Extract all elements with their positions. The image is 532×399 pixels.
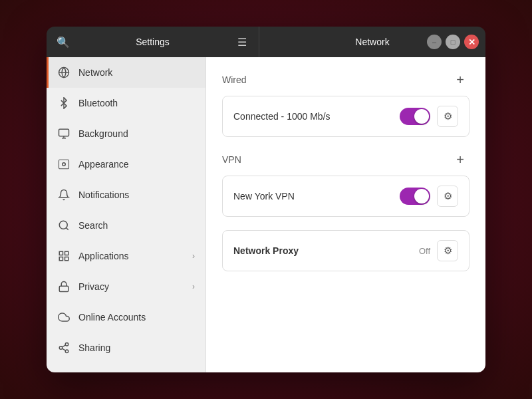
sidebar-item-privacy[interactable]: Privacy › <box>47 271 205 302</box>
applications-icon <box>57 249 70 263</box>
vpn-add-button[interactable]: + <box>451 150 469 169</box>
proxy-label: Network Proxy <box>233 245 419 256</box>
svg-rect-10 <box>65 251 68 255</box>
sidebar-item-bluetooth[interactable]: Bluetooth <box>47 88 205 118</box>
svg-rect-2 <box>59 129 69 136</box>
sidebar-item-network[interactable]: Network <box>47 57 205 88</box>
wired-header: Wired + <box>222 70 469 89</box>
svg-point-14 <box>65 343 68 346</box>
main-panel: Wired + Connected - 1000 Mb/s ⚙ <box>206 57 485 372</box>
search-sidebar-icon <box>57 219 70 232</box>
vpn-gear-icon: ⚙ <box>444 190 452 202</box>
wired-toggle-knob <box>414 109 429 124</box>
svg-point-7 <box>59 221 67 229</box>
background-icon <box>57 127 70 140</box>
proxy-gear-button[interactable]: ⚙ <box>437 240 458 261</box>
sidebar-label-online-accounts: Online Accounts <box>78 312 195 323</box>
sidebar-label-applications: Applications <box>78 251 184 261</box>
proxy-card: Network Proxy Off ⚙ <box>222 230 469 271</box>
close-button[interactable]: ✕ <box>464 35 479 49</box>
vpn-label: New York VPN <box>233 191 400 201</box>
wired-connection-card: Connected - 1000 Mb/s ⚙ <box>222 96 469 137</box>
svg-rect-13 <box>59 286 68 291</box>
proxy-gear-icon: ⚙ <box>444 245 452 257</box>
search-icon: 🔍 <box>57 36 70 49</box>
online-accounts-icon <box>57 311 70 324</box>
close-icon: ✕ <box>468 37 475 47</box>
sidebar-item-sharing[interactable]: Sharing <box>47 332 205 363</box>
network-icon <box>57 66 70 79</box>
svg-rect-6 <box>59 160 69 169</box>
sidebar-item-background[interactable]: Background <box>47 118 205 149</box>
svg-point-15 <box>59 346 63 350</box>
window-controls: – □ ✕ <box>427 35 479 49</box>
vpn-gear-button[interactable]: ⚙ <box>437 186 458 207</box>
search-button[interactable]: 🔍 <box>53 32 73 52</box>
svg-line-8 <box>66 227 68 229</box>
svg-rect-12 <box>65 257 68 261</box>
sidebar-label-appearance: Appearance <box>78 159 195 170</box>
wired-gear-icon: ⚙ <box>444 110 452 122</box>
vpn-toggle[interactable] <box>400 188 430 205</box>
sidebar-label-notifications: Notifications <box>78 190 195 200</box>
settings-title: Settings <box>78 37 227 47</box>
proxy-section: Network Proxy Off ⚙ <box>222 230 469 271</box>
vpn-add-icon: + <box>456 152 464 168</box>
svg-point-16 <box>65 350 68 353</box>
minimize-icon: – <box>432 38 436 46</box>
wired-title: Wired <box>222 74 247 85</box>
svg-rect-9 <box>59 251 63 255</box>
sidebar-label-network: Network <box>78 67 195 78</box>
sidebar: Network Bluetooth Back <box>47 57 206 372</box>
content-area: Network Bluetooth Back <box>47 57 485 372</box>
sidebar-item-applications[interactable]: Applications › <box>47 241 205 271</box>
sharing-icon <box>57 341 70 354</box>
settings-window: 🔍 Settings ☰ Network – □ ✕ <box>47 27 485 372</box>
svg-rect-11 <box>59 257 63 261</box>
titlebar: 🔍 Settings ☰ Network – □ ✕ <box>47 27 485 57</box>
titlebar-right: Network – □ ✕ <box>259 27 485 57</box>
vpn-toggle-knob <box>414 189 429 203</box>
vpn-section: VPN + New York VPN ⚙ <box>222 150 469 217</box>
wired-add-button[interactable]: + <box>451 70 469 89</box>
svg-line-17 <box>62 348 65 350</box>
sidebar-label-bluetooth: Bluetooth <box>78 98 195 108</box>
wired-add-icon: + <box>456 72 464 88</box>
sidebar-label-privacy: Privacy <box>78 281 184 292</box>
privacy-icon <box>57 280 70 293</box>
sidebar-item-notifications[interactable]: Notifications <box>47 180 205 210</box>
sidebar-item-appearance[interactable]: Appearance <box>47 149 205 180</box>
applications-arrow: › <box>192 251 195 261</box>
vpn-card: New York VPN ⚙ <box>222 176 469 217</box>
wired-gear-button[interactable]: ⚙ <box>437 106 458 127</box>
hamburger-icon: ☰ <box>237 36 247 49</box>
vpn-title: VPN <box>222 154 241 165</box>
bluetooth-icon <box>57 96 70 110</box>
wired-connection-label: Connected - 1000 Mb/s <box>233 111 400 122</box>
wired-toggle[interactable] <box>400 108 430 125</box>
titlebar-left: 🔍 Settings ☰ <box>47 27 259 57</box>
maximize-icon: □ <box>451 38 456 46</box>
wired-section: Wired + Connected - 1000 Mb/s ⚙ <box>222 70 469 137</box>
sidebar-label-search: Search <box>78 220 195 231</box>
privacy-arrow: › <box>192 282 195 291</box>
vpn-header: VPN + <box>222 150 469 169</box>
menu-button[interactable]: ☰ <box>232 32 252 52</box>
sidebar-item-search[interactable]: Search <box>47 210 205 241</box>
minimize-button[interactable]: – <box>427 35 442 49</box>
proxy-status: Off <box>419 246 430 256</box>
appearance-icon <box>57 158 70 171</box>
sidebar-label-background: Background <box>78 128 195 139</box>
svg-point-5 <box>63 163 66 166</box>
panel-title: Network <box>355 37 389 47</box>
sidebar-label-sharing: Sharing <box>78 342 195 353</box>
maximize-button[interactable]: □ <box>446 35 460 49</box>
notifications-icon <box>57 188 70 201</box>
svg-line-18 <box>62 345 65 347</box>
sidebar-item-online-accounts[interactable]: Online Accounts <box>47 302 205 332</box>
